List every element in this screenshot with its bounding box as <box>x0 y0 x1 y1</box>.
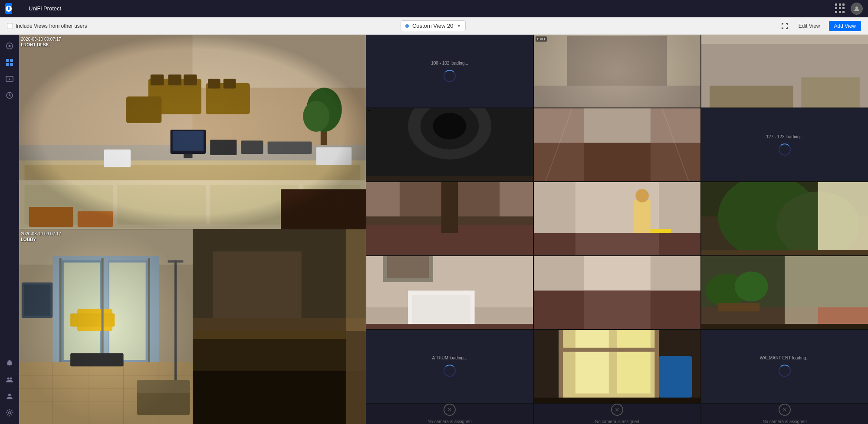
main-layout: 2020-08-10 09:07:17 FRONT DESK <box>0 35 868 424</box>
svg-rect-5 <box>6 63 9 66</box>
ubiquiti-logo[interactable] <box>5 3 12 14</box>
camera-cell-empty-1[interactable]: ✕ No camera is assigned <box>366 404 533 424</box>
svg-rect-166 <box>575 330 609 393</box>
camera-label-room-2 <box>368 110 371 111</box>
loading-text-1: 100 - 102 loading... <box>431 61 468 65</box>
loading-spinner-3 <box>444 365 456 377</box>
camera-lobby[interactable]: 2020-08-10 09:07:17 LOBBY <box>19 229 193 424</box>
logo-area: UniFi Protect <box>5 3 24 14</box>
view-name: Custom View 20 <box>412 23 453 29</box>
toolbar-actions: Edit View Add View <box>779 21 861 31</box>
svg-rect-141 <box>818 182 868 255</box>
svg-rect-155 <box>584 290 651 329</box>
svg-rect-148 <box>387 256 429 278</box>
camera-cell-bright-room[interactable] <box>701 182 868 255</box>
view-selector[interactable]: Custom View 20 ▼ <box>401 20 466 31</box>
edit-view-button[interactable]: Edit View <box>795 21 824 31</box>
loading-text-3: ATRIUM loading... <box>432 356 467 360</box>
loading-spinner-1 <box>444 70 456 82</box>
camera-name-lobby: LOBBY <box>21 237 36 242</box>
camera-cell-empty-3[interactable]: ✕ No camera is assigned <box>701 404 868 424</box>
camera-lobby-right[interactable] <box>193 229 366 424</box>
sidebar-item-user[interactable] <box>3 389 16 403</box>
include-views-label: Include Views from other users <box>16 23 87 29</box>
no-camera-icon-3: ✕ <box>779 404 791 416</box>
top-nav-right <box>835 3 863 15</box>
sidebar-item-home[interactable] <box>3 39 16 53</box>
top-navigation: UniFi Protect <box>0 0 868 17</box>
svg-point-9 <box>7 378 10 380</box>
svg-point-11 <box>8 394 11 396</box>
no-camera-icon-2: ✕ <box>611 404 623 416</box>
svg-rect-6 <box>10 63 13 66</box>
camera-grid: 2020-08-10 09:07:17 FRONT DESK <box>19 35 868 424</box>
sidebar-item-timeline[interactable] <box>3 88 16 102</box>
camera-cell-room-3[interactable] <box>366 256 533 329</box>
svg-rect-4 <box>10 59 13 62</box>
camera-cell-corridor-1[interactable] <box>366 182 533 255</box>
svg-rect-103 <box>534 35 700 108</box>
loading-text-2: 127 - 123 loading... <box>766 134 803 139</box>
no-camera-icon-1: ✕ <box>444 404 456 416</box>
svg-rect-161 <box>718 303 760 311</box>
camera-cell-atrium[interactable]: ATRIUM loading... <box>366 330 533 403</box>
svg-rect-91 <box>193 318 366 331</box>
camera-cell-hallway-2[interactable]: EXIT <box>534 182 700 255</box>
sidebar-item-playback[interactable] <box>3 72 16 86</box>
camera-cell-window-room[interactable] <box>534 330 700 403</box>
no-camera-text-1: No camera is assigned <box>427 419 472 424</box>
camera-name-front-desk: FRONT DESK <box>21 42 49 47</box>
svg-rect-87 <box>19 229 193 424</box>
svg-rect-171 <box>659 356 692 398</box>
svg-rect-167 <box>617 330 651 393</box>
svg-rect-95 <box>193 371 366 424</box>
svg-rect-163 <box>701 324 868 329</box>
chevron-down-icon: ▼ <box>457 23 461 28</box>
camera-cell-room-1[interactable] <box>701 35 868 108</box>
camera-timestamp-lobby: 2020-08-10 09:07:17 <box>21 231 61 237</box>
fullscreen-button[interactable] <box>779 21 790 31</box>
svg-point-129 <box>635 189 649 202</box>
camera-cell-corridor-2[interactable] <box>701 256 868 329</box>
sidebar-item-users-group[interactable] <box>3 373 16 387</box>
svg-point-10 <box>10 378 12 380</box>
camera-cell-hallway-1[interactable] <box>534 108 700 181</box>
toolbar: Include Views from other users Custom Vi… <box>0 17 868 35</box>
svg-point-12 <box>9 412 11 414</box>
camera-cell-127-123[interactable]: 127 - 123 loading... <box>701 108 868 181</box>
loading-text-4: WALMART ENT loading... <box>760 356 809 360</box>
svg-rect-172 <box>534 398 700 403</box>
camera-cell-empty-2[interactable]: ✕ No camera is assigned <box>534 404 700 424</box>
svg-rect-109 <box>701 35 868 108</box>
svg-rect-169 <box>654 330 659 398</box>
camera-cell-room-2[interactable] <box>366 108 533 181</box>
sidebar-item-grid[interactable] <box>3 55 16 69</box>
right-camera-grid: 100 - 102 loading... EXIT <box>366 35 868 424</box>
camera-cell-exit-1[interactable]: EXIT EXIT <box>534 35 700 108</box>
svg-rect-149 <box>366 324 533 329</box>
svg-rect-3 <box>6 59 9 62</box>
no-camera-text-2: No camera is assigned <box>595 419 639 424</box>
svg-rect-125 <box>441 182 458 233</box>
camera-cell-hallway-3[interactable]: EXIT <box>534 256 700 329</box>
sidebar <box>0 35 19 424</box>
camera-lobby-area: 2020-08-10 09:07:17 LOBBY <box>19 229 366 424</box>
include-views-checkbox[interactable] <box>7 23 13 29</box>
brand-name: UniFi Protect <box>29 5 61 12</box>
camera-front-desk[interactable]: 2020-08-10 09:07:17 FRONT DESK <box>19 35 366 229</box>
sidebar-item-alerts[interactable] <box>3 356 16 370</box>
svg-rect-96 <box>345 229 366 424</box>
camera-label-exit-1: EXIT <box>536 36 547 42</box>
svg-rect-48 <box>19 35 366 229</box>
camera-cell-100-102[interactable]: 100 - 102 loading... <box>366 35 533 108</box>
user-avatar[interactable] <box>851 3 863 15</box>
sidebar-item-settings[interactable] <box>3 406 16 420</box>
add-view-button[interactable]: Add View <box>829 21 861 31</box>
camera-cell-walmart-ent[interactable]: WALMART ENT loading... <box>701 330 868 403</box>
svg-rect-142 <box>701 250 868 255</box>
include-views-control: Include Views from other users <box>7 23 87 29</box>
svg-rect-94 <box>193 330 346 339</box>
loading-spinner-2 <box>779 144 791 156</box>
view-dot-icon <box>405 24 409 28</box>
apps-grid-icon[interactable] <box>835 3 845 14</box>
